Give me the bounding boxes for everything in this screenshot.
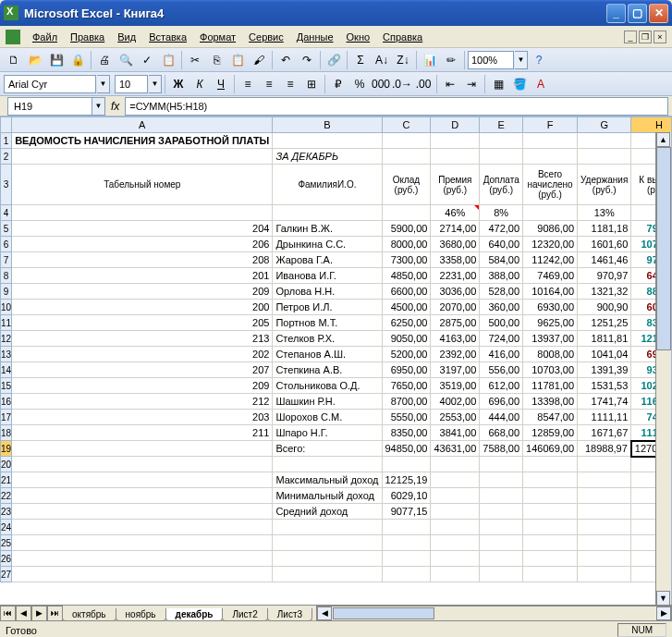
cell[interactable] (578, 457, 631, 472)
cell[interactable]: 13937,00 (523, 331, 578, 347)
cell[interactable]: Табельный номер (12, 165, 273, 205)
cell[interactable] (523, 472, 578, 488)
cell[interactable]: Жарова Г.А. (273, 252, 382, 268)
header-cell[interactable] (1, 117, 12, 133)
cell[interactable]: 1811,81 (578, 331, 631, 347)
header-cell[interactable]: C (382, 117, 431, 133)
currency-button[interactable]: ₽ (328, 74, 348, 94)
cell[interactable]: 2553,00 (431, 410, 480, 425)
cell[interactable]: 3036,00 (431, 284, 480, 300)
cell[interactable]: 1391,39 (578, 362, 631, 378)
cut-button[interactable]: ✂ (185, 50, 205, 70)
cell[interactable]: 444,00 (480, 410, 523, 425)
cell[interactable] (480, 488, 523, 504)
font-size-dropdown-icon[interactable]: ▼ (149, 75, 162, 93)
cell[interactable]: Средний доход (273, 504, 382, 520)
cell[interactable] (431, 149, 480, 165)
cell[interactable] (431, 520, 480, 535)
cell[interactable]: Стольникова О.Д. (273, 378, 382, 394)
header-cell[interactable]: 3 (1, 165, 12, 205)
header-cell[interactable]: 5 (1, 221, 12, 237)
cell[interactable]: 208 (12, 252, 273, 268)
cell[interactable] (578, 472, 631, 488)
cell[interactable] (523, 205, 578, 221)
cell[interactable]: 5900,00 (382, 221, 431, 237)
cell[interactable]: 207 (12, 362, 273, 378)
cell[interactable]: 4002,00 (431, 394, 480, 410)
cell[interactable]: Петров И.Л. (273, 300, 382, 315)
cell[interactable] (382, 205, 431, 221)
header-cell[interactable]: 20 (1, 457, 12, 472)
cell[interactable] (480, 149, 523, 165)
cell[interactable]: 11781,00 (523, 378, 578, 394)
cell[interactable] (578, 551, 631, 567)
permissions-button[interactable]: 🔒 (67, 50, 88, 70)
cell[interactable] (578, 535, 631, 551)
copy-button[interactable]: ⎘ (206, 50, 226, 70)
header-cell[interactable]: B (273, 117, 382, 133)
header-cell[interactable]: 13 (1, 347, 12, 362)
italic-button[interactable]: К (189, 74, 210, 94)
sheet-tab-Лист3[interactable]: Лист3 (267, 608, 312, 621)
header-cell[interactable]: A (12, 117, 273, 133)
preview-button[interactable]: 🔍 (116, 50, 136, 70)
header-cell[interactable]: 2 (1, 149, 12, 165)
cell[interactable] (431, 457, 480, 472)
cell[interactable]: Удержания (руб.) (578, 165, 631, 205)
cell[interactable]: 3197,00 (431, 362, 480, 378)
cell[interactable]: Шпаро Н.Г. (273, 425, 382, 441)
cell[interactable]: ФамилияИ.О. (273, 165, 382, 205)
cell[interactable] (480, 535, 523, 551)
cell[interactable] (382, 149, 431, 165)
cell[interactable]: 18988,97 (578, 441, 631, 457)
sheet-tab-декабрь[interactable]: декабрь (165, 608, 224, 621)
cell[interactable]: 206 (12, 237, 273, 252)
research-button[interactable]: 📋 (158, 50, 178, 70)
cell[interactable]: 2231,00 (431, 268, 480, 284)
cell[interactable]: Всего: (273, 441, 382, 457)
font-size-combo[interactable]: 10 (115, 75, 148, 93)
menu-insert[interactable]: Вставка (142, 29, 193, 45)
cell[interactable] (382, 520, 431, 535)
cell[interactable]: 4500,00 (382, 300, 431, 315)
cell[interactable]: 612,00 (480, 378, 523, 394)
chart-button[interactable]: 📊 (420, 50, 440, 70)
name-box[interactable]: H19 (7, 97, 92, 116)
cell[interactable] (431, 551, 480, 567)
cell[interactable]: Всего начислено (руб.) (523, 165, 578, 205)
cell[interactable]: 11242,00 (523, 252, 578, 268)
help-button[interactable]: ? (529, 50, 549, 70)
cell[interactable]: 200 (12, 300, 273, 315)
tab-prev-button[interactable]: ◀ (16, 606, 31, 621)
cell[interactable]: 640,00 (480, 237, 523, 252)
header-cell[interactable]: 7 (1, 252, 12, 268)
header-cell[interactable]: 11 (1, 315, 12, 331)
cell[interactable] (273, 133, 382, 149)
header-cell[interactable]: 6 (1, 237, 12, 252)
cell[interactable]: Доплата (руб.) (480, 165, 523, 205)
cell[interactable]: 9050,00 (382, 331, 431, 347)
cell[interactable]: 1461,46 (578, 252, 631, 268)
cell[interactable]: ЗА ДЕКАБРЬ (273, 149, 382, 165)
cell[interactable] (523, 535, 578, 551)
cell[interactable] (523, 488, 578, 504)
cell[interactable]: 528,00 (480, 284, 523, 300)
cell[interactable]: 1251,25 (578, 315, 631, 331)
cell[interactable]: 1111,11 (578, 410, 631, 425)
cell[interactable]: 209 (12, 378, 273, 394)
cell[interactable]: 500,00 (480, 315, 523, 331)
menu-format[interactable]: Формат (193, 29, 242, 45)
cell[interactable] (578, 504, 631, 520)
cell[interactable]: 201 (12, 268, 273, 284)
font-name-combo[interactable]: Arial Cyr (4, 75, 96, 93)
underline-button[interactable]: Ч (211, 74, 231, 94)
vertical-scrollbar[interactable]: ▲ ▼ (655, 132, 671, 605)
cell[interactable] (273, 457, 382, 472)
cell[interactable] (480, 551, 523, 567)
cell[interactable] (12, 472, 273, 488)
cell[interactable]: 5550,00 (382, 410, 431, 425)
cell[interactable] (12, 441, 273, 457)
name-box-dropdown-icon[interactable]: ▼ (92, 97, 105, 116)
redo-button[interactable]: ↷ (297, 50, 317, 70)
header-cell[interactable]: 15 (1, 378, 12, 394)
